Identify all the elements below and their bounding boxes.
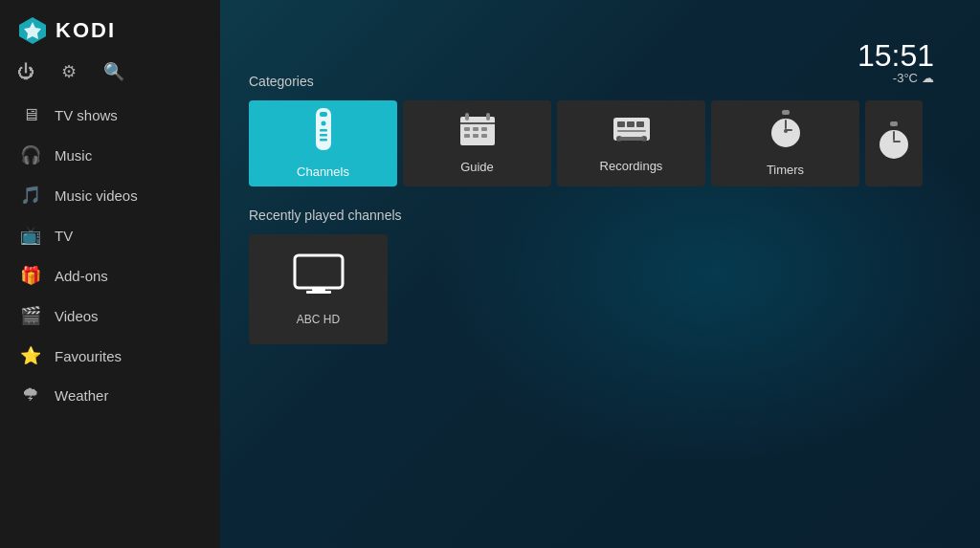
svg-rect-5	[320, 129, 327, 132]
svg-rect-25	[619, 137, 644, 141]
add-ons-icon: 🎁	[20, 265, 41, 286]
recordings-icon	[612, 114, 652, 151]
settings-icon[interactable]: ⚙	[61, 61, 77, 82]
svg-rect-13	[473, 127, 479, 131]
svg-rect-15	[464, 134, 470, 138]
svg-point-30	[784, 129, 788, 133]
favourites-icon: ⭐	[20, 345, 41, 366]
kodi-logo-icon	[17, 15, 48, 46]
weather-status: -3°C ☁	[232, 71, 934, 85]
svg-rect-20	[627, 121, 635, 127]
nav-list: 🖥 TV shows 🎧 Music 🎵 Music videos 📺 TV 🎁…	[0, 96, 220, 548]
timers-label: Timers	[767, 163, 804, 177]
sidebar-item-videos[interactable]: 🎬 Videos	[0, 296, 220, 336]
svg-rect-27	[782, 110, 790, 115]
abc-hd-icon	[293, 253, 345, 303]
svg-rect-7	[320, 139, 327, 142]
category-channels[interactable]: Channels	[249, 100, 397, 186]
sidebar-item-label: Videos	[55, 308, 99, 324]
category-recordings[interactable]: Recordings	[557, 100, 705, 186]
svg-rect-32	[890, 121, 898, 126]
clock-time: 15:51	[232, 40, 934, 71]
sidebar-item-favourites[interactable]: ⭐ Favourites	[0, 336, 220, 376]
sidebar-item-tv[interactable]: 📺 TV	[0, 215, 220, 255]
channels-row: ABC HD	[249, 234, 951, 344]
svg-rect-38	[306, 291, 331, 294]
channels-label: Channels	[297, 164, 349, 179]
power-icon[interactable]: ⏻	[17, 62, 34, 82]
guide-label: Guide	[460, 160, 494, 174]
music-icon: 🎧	[20, 144, 41, 165]
tv-shows-icon: 🖥	[20, 105, 41, 125]
cloud-icon: ☁	[922, 71, 934, 85]
sidebar-item-label: TV	[55, 228, 73, 244]
category-timers[interactable]: Timers	[711, 100, 859, 186]
svg-rect-36	[297, 257, 341, 286]
sidebar-item-tv-shows[interactable]: 🖥 TV shows	[0, 96, 220, 135]
temperature-label: -3°C	[893, 71, 918, 85]
logo-area: KODI	[0, 0, 220, 57]
category-guide[interactable]: Guide	[403, 100, 551, 186]
svg-rect-33	[893, 131, 895, 141]
svg-rect-19	[617, 121, 625, 127]
guide-icon	[459, 113, 496, 152]
categories-row: Channels Guide	[249, 100, 951, 186]
sidebar-item-label: Favourites	[55, 348, 122, 364]
svg-rect-12	[464, 127, 470, 131]
main-content: 15:51 -3°C ☁ Categories Channels	[220, 0, 980, 548]
sidebar-item-label: Music	[55, 147, 92, 164]
category-timers-partial[interactable]	[865, 100, 923, 186]
sidebar-item-label: Weather	[55, 387, 108, 404]
sidebar-item-music[interactable]: 🎧 Music	[0, 135, 220, 175]
svg-rect-17	[481, 134, 487, 138]
app-title: KODI	[56, 18, 116, 43]
channel-abc-hd[interactable]: ABC HD	[249, 234, 388, 344]
sidebar-item-music-videos[interactable]: 🎵 Music videos	[0, 175, 220, 215]
svg-rect-14	[481, 127, 487, 131]
sidebar-item-label: TV shows	[55, 107, 118, 123]
svg-point-4	[321, 121, 325, 126]
videos-icon: 🎬	[20, 305, 41, 326]
svg-rect-10	[486, 113, 490, 121]
sidebar-item-weather[interactable]: 🌩 Weather	[0, 376, 220, 415]
sidebar-item-label: Add-ons	[55, 268, 108, 284]
timers2-icon	[877, 121, 911, 166]
svg-rect-34	[893, 141, 901, 142]
svg-rect-22	[617, 130, 646, 132]
timers-icon	[768, 110, 803, 155]
svg-rect-11	[460, 122, 495, 124]
sidebar: KODI ⏻ ⚙ 🔍 🖥 TV shows 🎧 Music 🎵 Music vi…	[0, 0, 220, 548]
search-icon[interactable]: 🔍	[103, 61, 124, 82]
sidebar-item-add-ons[interactable]: 🎁 Add-ons	[0, 255, 220, 296]
sidebar-item-label: Music videos	[55, 187, 138, 204]
svg-rect-28	[785, 120, 787, 129]
weather-icon: 🌩	[20, 385, 41, 406]
top-icons-bar: ⏻ ⚙ 🔍	[0, 57, 220, 96]
clock-area: 15:51 -3°C ☁	[232, 40, 934, 85]
svg-rect-37	[312, 288, 325, 291]
svg-rect-6	[320, 134, 327, 137]
abc-hd-label: ABC HD	[297, 313, 340, 326]
svg-rect-16	[473, 134, 479, 138]
tv-icon: 📺	[20, 225, 41, 246]
svg-rect-9	[465, 113, 469, 121]
svg-rect-3	[320, 112, 327, 117]
recently-played-title: Recently played channels	[249, 208, 951, 223]
svg-rect-35	[295, 255, 343, 288]
music-videos-icon: 🎵	[20, 185, 41, 206]
svg-rect-21	[636, 121, 644, 127]
channels-icon	[306, 108, 341, 157]
recordings-label: Recordings	[600, 159, 663, 173]
